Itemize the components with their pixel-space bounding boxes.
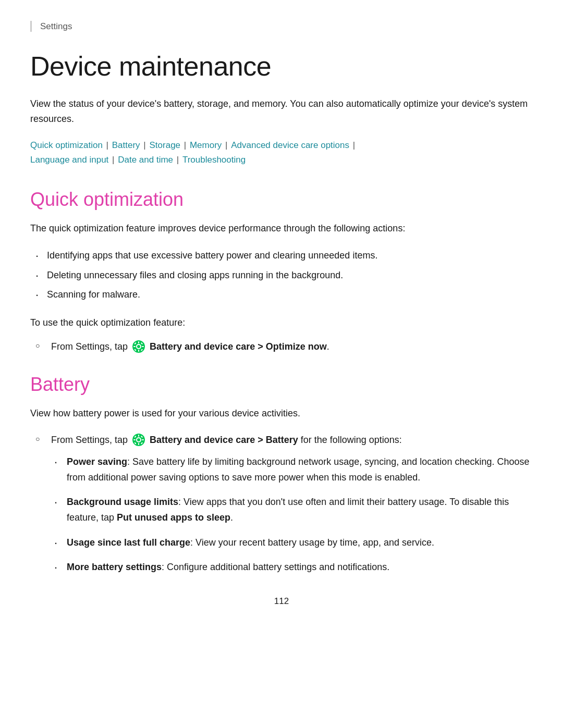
breadcrumb: Settings — [30, 21, 533, 32]
nav-link-date[interactable]: Date and time — [118, 155, 173, 165]
usage-since-label: Usage since last full charge — [67, 537, 190, 548]
settings-icon-battery — [132, 433, 145, 447]
quick-optimization-bold-instruction: Battery and device care > Optimize now — [150, 341, 327, 352]
quick-optimization-steps: From Settings, tap — [30, 339, 533, 355]
battery-step: From Settings, tap — [30, 433, 533, 575]
bullet-item: Deleting unnecessary files and closing a… — [30, 268, 533, 283]
quick-optimization-section: Quick optimization The quick optimizatio… — [30, 189, 533, 354]
power-saving-label: Power saving — [67, 456, 127, 467]
page-title: Device maintenance — [30, 51, 533, 82]
quick-optimization-title: Quick optimization — [30, 189, 533, 211]
nav-links: Quick optimization | Battery | Storage |… — [30, 138, 533, 168]
svg-rect-4 — [133, 346, 136, 347]
usage-since-text: : View your recent battery usage by time… — [190, 537, 434, 548]
page-description: View the status of your device's battery… — [30, 96, 533, 127]
nav-link-language[interactable]: Language and input — [30, 155, 108, 165]
battery-option-background-limits: Background usage limits: View apps that … — [51, 495, 533, 525]
more-battery-label: More battery settings — [67, 562, 162, 572]
battery-option-usage-since: Usage since last full charge: View your … — [51, 535, 533, 551]
battery-section: Battery View how battery power is used f… — [30, 374, 533, 576]
more-battery-text: : Configure additional battery settings … — [162, 562, 389, 572]
quick-optimization-description: The quick optimization feature improves … — [30, 221, 533, 237]
nav-link-memory[interactable]: Memory — [190, 140, 222, 150]
svg-rect-3 — [138, 350, 139, 352]
put-unused-apps-label: Put unused apps to sleep — [117, 512, 230, 523]
quick-optimization-step: From Settings, tap — [30, 339, 533, 355]
nav-link-advanced[interactable]: Advanced device care options — [231, 140, 349, 150]
background-usage-end: . — [230, 512, 233, 523]
battery-title: Battery — [30, 374, 533, 396]
battery-option-power-saving: Power saving: Save battery life by limit… — [51, 454, 533, 485]
nav-link-troubleshooting[interactable]: Troubleshooting — [182, 155, 246, 165]
power-saving-text: : Save battery life by limiting backgrou… — [67, 456, 529, 483]
nav-link-quick-optimization[interactable]: Quick optimization — [30, 140, 103, 150]
battery-steps: From Settings, tap — [30, 433, 533, 575]
svg-rect-15 — [142, 439, 144, 440]
svg-rect-13 — [138, 443, 139, 445]
svg-rect-2 — [138, 341, 139, 343]
bullet-item: Scanning for malware. — [30, 287, 533, 303]
nav-link-storage[interactable]: Storage — [150, 140, 181, 150]
nav-link-battery[interactable]: Battery — [112, 140, 140, 150]
battery-option-more-settings: More battery settings: Configure additio… — [51, 560, 533, 575]
background-usage-label: Background usage limits — [67, 497, 178, 507]
bullet-item: Identifying apps that use excessive batt… — [30, 248, 533, 264]
battery-bold-instruction: Battery and device care > Battery — [150, 435, 298, 445]
settings-icon — [132, 340, 145, 353]
quick-optimization-bullets: Identifying apps that use excessive batt… — [30, 248, 533, 303]
svg-rect-12 — [138, 435, 139, 437]
page-number: 112 — [30, 596, 533, 607]
page-container: Settings Device maintenance View the sta… — [0, 0, 563, 728]
quick-optimization-instruction-prefix: To use the quick optimization feature: — [30, 315, 533, 331]
breadcrumb-label: Settings — [40, 21, 72, 31]
battery-options: Power saving: Save battery life by limit… — [51, 454, 533, 575]
battery-description: View how battery power is used for your … — [30, 406, 533, 422]
svg-rect-14 — [133, 439, 136, 440]
svg-rect-5 — [142, 346, 144, 347]
